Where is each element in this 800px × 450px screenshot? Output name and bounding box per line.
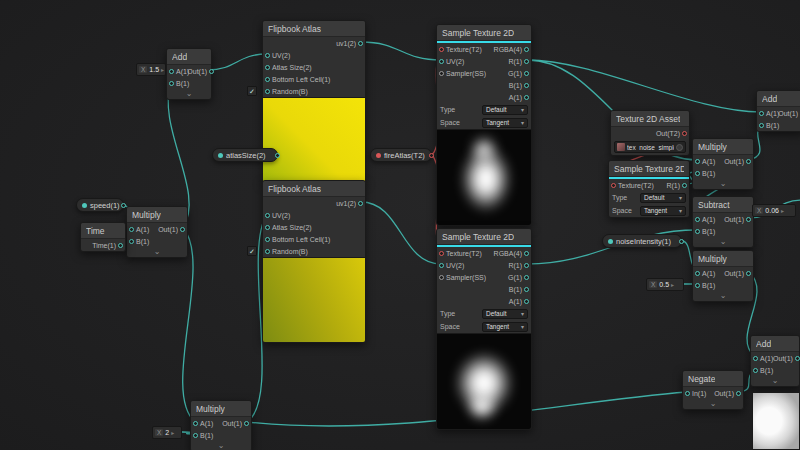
output-port-out-1[interactable] — [746, 159, 751, 164]
output-port-r-1[interactable] — [524, 59, 529, 64]
input-port-b-1[interactable] — [193, 433, 198, 438]
node-header-negate[interactable]: Negate — [683, 371, 743, 387]
node-texture-2d-asset[interactable]: Texture 2D AssetOut(T2)tex_noise_simple — [610, 110, 690, 156]
node-flipbook-atlas-1[interactable]: Flipbook Atlasuv1(2)UV(2)Atlas Size(2)Bo… — [262, 20, 366, 183]
output-port-uv1-2[interactable] — [358, 201, 363, 206]
output-port-g-1[interactable] — [524, 275, 529, 280]
node-sample-texture-2d-3[interactable]: Sample Texture 2DTexture(T2)R(1)TypeDefa… — [608, 160, 690, 218]
float-input-value-1-5[interactable]: X1.5▸ — [136, 63, 166, 76]
input-port-texture-t2[interactable] — [439, 251, 444, 256]
node-add-bottom-right[interactable]: AddA(1)Out(1)B(1)⌄ — [750, 335, 800, 387]
node-header-multiply-left[interactable]: Multiply — [127, 207, 187, 223]
wire-add-out-to-flipbook1-uv[interactable] — [207, 54, 267, 70]
float-input-value-2[interactable]: X2▸ — [152, 426, 182, 439]
wire-flipbook1-uv1-to-sample1-uv[interactable] — [361, 42, 441, 60]
dropdown-type[interactable]: Default▾ — [482, 105, 528, 115]
shader-graph-canvas[interactable]: AddA(1)Out(1)B(1)⌄Flipbook Atlasuv1(2)UV… — [0, 0, 800, 450]
input-port-b-1[interactable] — [169, 81, 174, 86]
output-port-speed[interactable] — [121, 203, 126, 208]
dropdown-space[interactable]: Tangent▾ — [482, 118, 528, 128]
input-port-sampler-ss[interactable] — [439, 71, 444, 76]
node-header-sample-texture-2d-3[interactable]: Sample Texture 2D — [609, 161, 689, 177]
random-checkbox[interactable]: ✓ — [247, 86, 257, 96]
dropdown-space[interactable]: Tangent▾ — [640, 206, 686, 216]
output-port-time-1[interactable] — [118, 243, 123, 248]
input-port-sampler-ss[interactable] — [439, 275, 444, 280]
node-header-texture-2d-asset[interactable]: Texture 2D Asset — [611, 111, 689, 127]
output-port-out-1[interactable] — [244, 421, 249, 426]
wire-sample1-r-to-add-tr-a[interactable] — [527, 60, 761, 112]
output-port-out-1[interactable] — [736, 391, 741, 396]
node-header-multiply-right-2[interactable]: Multiply — [693, 251, 753, 267]
node-header-sample-texture-2d-2[interactable]: Sample Texture 2D — [437, 229, 531, 245]
input-port-b-1[interactable] — [753, 368, 758, 373]
input-port-bottom-left-cell-1[interactable] — [265, 237, 270, 242]
input-port-b-1[interactable] — [695, 283, 700, 288]
node-multiply-bottom[interactable]: MultiplyA(1)Out(1)B(1)⌄ — [190, 400, 252, 450]
output-port-out-1[interactable] — [209, 69, 214, 74]
collapse-chevron[interactable]: ⌄ — [167, 89, 211, 99]
collapse-chevron[interactable]: ⌄ — [683, 399, 743, 409]
output-port-a-1[interactable] — [524, 299, 529, 304]
node-sample-texture-2d-1[interactable]: Sample Texture 2DTexture(T2)RGBA(4)UV(2)… — [436, 24, 532, 226]
input-port-b-1[interactable] — [695, 171, 700, 176]
input-port-random-b[interactable] — [265, 89, 270, 94]
node-flipbook-atlas-2[interactable]: Flipbook Atlasuv1(2)UV(2)Atlas Size(2)Bo… — [262, 180, 366, 343]
property-pill-speed[interactable]: speed(1) — [76, 198, 124, 212]
node-header-time[interactable]: Time — [81, 223, 125, 239]
node-header-flipbook-atlas-2[interactable]: Flipbook Atlas — [263, 181, 365, 197]
texture-asset-field[interactable]: tex_noise_simple — [614, 141, 686, 153]
node-header-sample-texture-2d-1[interactable]: Sample Texture 2D — [437, 25, 531, 41]
output-port-rgba-4[interactable] — [524, 251, 529, 256]
input-port-a-1[interactable] — [695, 217, 700, 222]
dropdown-type[interactable]: Default▾ — [482, 309, 528, 319]
collapse-chevron[interactable]: ⌄ — [191, 441, 251, 450]
input-port-atlas-size-2[interactable] — [265, 65, 270, 70]
float-input-value-0-5[interactable]: X0.5▸ — [646, 278, 684, 291]
node-header-subtract[interactable]: Subtract — [693, 197, 753, 213]
node-header-flipbook-atlas-1[interactable]: Flipbook Atlas — [263, 21, 365, 37]
input-port-bottom-left-cell-1[interactable] — [265, 77, 270, 82]
collapse-chevron[interactable]: ⌄ — [751, 376, 799, 386]
node-multiply-right-2[interactable]: MultiplyA(1)Out(1)B(1)⌄ — [692, 250, 754, 302]
node-multiply-left[interactable]: MultiplyA(1)Out(1)B(1)⌄ — [126, 206, 188, 258]
collapse-chevron[interactable]: ⌄ — [693, 237, 753, 247]
input-port-a-1[interactable] — [129, 227, 134, 232]
output-port-b-1[interactable] — [524, 287, 529, 292]
input-port-texture-t2[interactable] — [439, 47, 444, 52]
output-port-out-1[interactable] — [795, 356, 800, 361]
input-port-b-1[interactable] — [129, 239, 134, 244]
output-port-b-1[interactable] — [524, 83, 529, 88]
input-port-a-1[interactable] — [193, 421, 198, 426]
node-add-top-left[interactable]: AddA(1)Out(1)B(1)⌄ — [166, 48, 212, 100]
collapse-chevron[interactable]: ⌄ — [693, 179, 753, 189]
output-port-atlas-size[interactable] — [275, 153, 280, 158]
input-port-a-1[interactable] — [169, 69, 174, 74]
input-port-uv-2[interactable] — [439, 59, 444, 64]
collapse-chevron[interactable]: ⌄ — [693, 291, 753, 301]
property-pill-noise-intensity[interactable]: noiseIntensity(1) — [602, 234, 682, 248]
output-port-uv1-2[interactable] — [358, 41, 363, 46]
node-header-add-top-right[interactable]: Add — [757, 91, 800, 107]
node-add-top-right[interactable]: AddA(1)Out(1)B(1) — [756, 90, 800, 132]
output-port-r-1[interactable] — [682, 183, 687, 188]
node-time[interactable]: TimeTime(1) — [80, 222, 126, 252]
input-port-uv-2[interactable] — [265, 53, 270, 58]
input-port-b-1[interactable] — [695, 229, 700, 234]
node-sample-texture-2d-2[interactable]: Sample Texture 2DTexture(T2)RGBA(4)UV(2)… — [436, 228, 532, 430]
output-port-out-1[interactable] — [746, 217, 751, 222]
output-port-r-1[interactable] — [524, 263, 529, 268]
float-input-value-0-06[interactable]: X0.06▸ — [752, 204, 796, 217]
output-port-out-t2[interactable] — [682, 131, 687, 136]
input-port-a-1[interactable] — [753, 356, 758, 361]
output-port-fire-atlas[interactable] — [429, 153, 434, 158]
output-port-out-1[interactable] — [180, 227, 185, 232]
input-port-uv-2[interactable] — [439, 263, 444, 268]
input-port-b-1[interactable] — [759, 123, 764, 128]
node-negate[interactable]: NegateIn(1)Out(1)⌄ — [682, 370, 744, 410]
output-port-rgba-4[interactable] — [524, 47, 529, 52]
node-header-multiply-right-1[interactable]: Multiply — [693, 139, 753, 155]
object-picker-icon[interactable] — [676, 144, 683, 151]
dropdown-type[interactable]: Default▾ — [640, 193, 686, 203]
node-header-add-top-left[interactable]: Add — [167, 49, 211, 65]
